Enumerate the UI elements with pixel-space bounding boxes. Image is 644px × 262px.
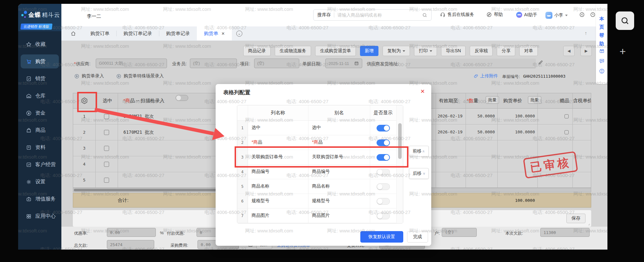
caret-down-icon bbox=[430, 50, 432, 52]
history-button[interactable] bbox=[590, 12, 596, 18]
zoom-search-panel[interactable] bbox=[616, 11, 634, 30]
pay-discount-label: 付款优惠: bbox=[167, 230, 185, 236]
modal-scrollbar-thumb[interactable] bbox=[398, 123, 402, 159]
page-help-char[interactable]: 页 bbox=[599, 24, 604, 30]
sidebar-item[interactable]: 增值服务 bbox=[18, 190, 61, 208]
price-batch-button[interactable]: 批量 bbox=[528, 96, 541, 104]
sidebar-item[interactable]: 购货 bbox=[18, 53, 61, 70]
paperclip-icon bbox=[474, 74, 479, 79]
logo-area: 金蝶 精斗云 云进销存·标准版 bbox=[18, 4, 61, 31]
scan-gun-toggle[interactable] bbox=[176, 95, 188, 101]
save-button[interactable]: 保存 bbox=[566, 214, 585, 223]
visibility-toggle[interactable] bbox=[377, 213, 390, 219]
row-checkbox[interactable] bbox=[104, 114, 109, 119]
inventory-search[interactable]: 搜库存 bbox=[313, 9, 432, 21]
sidebar-item[interactable]: 资料 bbox=[18, 139, 61, 156]
collapse-up-icon[interactable]: ↑ bbox=[585, 30, 587, 36]
after-sales-service-button[interactable]: 售后在线服务 bbox=[440, 12, 474, 18]
feedback-comment-icon[interactable] bbox=[599, 58, 605, 64]
toolbar-button[interactable]: 打印 bbox=[414, 46, 437, 56]
home-icon[interactable] bbox=[70, 31, 76, 37]
config-col-name: 商品名称 bbox=[252, 183, 269, 189]
page-help-char[interactable]: 帮 bbox=[599, 32, 604, 39]
toolbar-button[interactable]: 生成物流服务 bbox=[275, 46, 311, 56]
column-settings-gear-icon[interactable] bbox=[80, 97, 88, 105]
close-icon[interactable]: ✕ bbox=[221, 31, 225, 36]
qty-batch-button[interactable]: 批量 bbox=[486, 96, 499, 104]
toolbar-button-label: 生成物流服务 bbox=[280, 48, 306, 54]
modal-scrollbar[interactable] bbox=[396, 105, 403, 223]
restore-defaults-button[interactable]: 恢复默认设置 bbox=[360, 231, 403, 243]
tab[interactable]: 购货订单记录 bbox=[116, 26, 159, 40]
page-help-char[interactable]: 助 bbox=[599, 41, 604, 47]
visibility-toggle[interactable] bbox=[377, 183, 390, 190]
row-checkbox[interactable] bbox=[104, 162, 109, 167]
sidebar-item[interactable]: 销货 bbox=[18, 70, 61, 87]
row-number: 2 bbox=[73, 124, 95, 140]
help-button[interactable]: 帮助 bbox=[486, 12, 503, 18]
scroll-updown-icon[interactable] bbox=[599, 68, 605, 74]
after-sales-label: 售后在线服务 bbox=[447, 12, 474, 18]
toolbar-button[interactable]: 分享 bbox=[497, 46, 515, 56]
close-icon[interactable]: ✕ bbox=[420, 88, 425, 95]
toolbar-button[interactable]: 反审核 bbox=[470, 46, 493, 56]
move-down-button[interactable]: 后移 « bbox=[409, 168, 429, 179]
entry-mode-normal[interactable]: 购货单录入 bbox=[74, 73, 104, 79]
headset-icon bbox=[440, 12, 446, 18]
calendar-icon bbox=[354, 61, 359, 66]
sidebar-item[interactable]: 收藏 bbox=[18, 36, 61, 53]
visibility-toggle[interactable] bbox=[377, 125, 390, 131]
sidebar-item[interactable]: 客户经营 bbox=[18, 156, 61, 173]
toolbar-button[interactable]: 新增 bbox=[360, 46, 378, 56]
toolbar-button[interactable]: 导出SN bbox=[441, 46, 466, 56]
help-label: 帮助 bbox=[494, 12, 503, 18]
visibility-toggle[interactable] bbox=[377, 169, 390, 175]
next-page-button[interactable]: ▶ bbox=[580, 46, 592, 56]
tab[interactable]: 购货单记录 bbox=[159, 26, 197, 40]
config-row-number: 3 bbox=[237, 150, 248, 164]
sidebar-item-icon bbox=[26, 213, 32, 219]
resize-handle-icon[interactable] bbox=[586, 222, 591, 226]
row-checkbox[interactable] bbox=[104, 146, 109, 151]
row-number: 5 bbox=[73, 172, 95, 188]
account-label: 户: bbox=[434, 230, 440, 236]
gift-checkbox[interactable] bbox=[564, 130, 569, 134]
tab-list-dropdown-icon[interactable]: ⌄ bbox=[236, 31, 242, 37]
user-menu[interactable]: 小李 bbox=[545, 12, 568, 19]
sidebar-item[interactable]: 仓库 bbox=[18, 87, 61, 104]
sidebar-item[interactable]: 资金 bbox=[18, 104, 61, 122]
toolbar-button[interactable]: 对单 bbox=[519, 46, 538, 56]
config-row-number: 2 bbox=[237, 135, 248, 150]
search-icon[interactable] bbox=[422, 12, 427, 18]
search-input[interactable] bbox=[337, 12, 422, 18]
plus-icon[interactable]: + bbox=[620, 45, 626, 58]
back-button[interactable] bbox=[579, 12, 585, 18]
search-scope-label[interactable]: 搜库存 bbox=[317, 12, 331, 18]
visibility-toggle[interactable] bbox=[377, 154, 390, 161]
toolbar-button[interactable]: 商品记录 bbox=[243, 46, 271, 56]
tab[interactable]: 购货单 ✕ bbox=[197, 26, 232, 40]
compass-icon bbox=[486, 12, 492, 18]
row-checkbox[interactable] bbox=[104, 178, 109, 183]
toolbar-button[interactable]: 生成购货退货单 bbox=[315, 46, 356, 56]
sidebar-item-icon bbox=[26, 162, 32, 168]
done-button[interactable]: 完成 bbox=[407, 231, 428, 243]
visibility-toggle[interactable] bbox=[377, 139, 390, 146]
toolbar-button[interactable]: 复制为 bbox=[383, 46, 410, 56]
gift-icon[interactable] bbox=[599, 48, 605, 54]
sidebar-item[interactable]: 应用中心 bbox=[18, 208, 61, 225]
move-up-button[interactable]: 前移 « bbox=[409, 146, 429, 157]
col-tax-price: 含税单价 bbox=[573, 98, 591, 104]
tab[interactable]: 购货订单 bbox=[83, 26, 116, 40]
page-help-char[interactable]: 本 bbox=[599, 16, 604, 22]
upload-attachment-link[interactable]: 上传附件 bbox=[474, 73, 498, 79]
entry-mode-special[interactable]: 购货单特殊场景录入 bbox=[116, 73, 164, 79]
sidebar-item[interactable]: 设置 bbox=[18, 173, 61, 190]
visibility-toggle[interactable] bbox=[377, 198, 390, 205]
prev-page-button[interactable]: ◀ bbox=[563, 46, 575, 56]
edit-pencil-icon[interactable] bbox=[538, 60, 543, 65]
sidebar-item[interactable]: 商品 bbox=[18, 122, 61, 139]
ai-assistant-button[interactable]: AI助手 bbox=[516, 12, 537, 18]
row-checkbox[interactable] bbox=[104, 130, 109, 135]
gift-checkbox[interactable] bbox=[564, 114, 569, 118]
